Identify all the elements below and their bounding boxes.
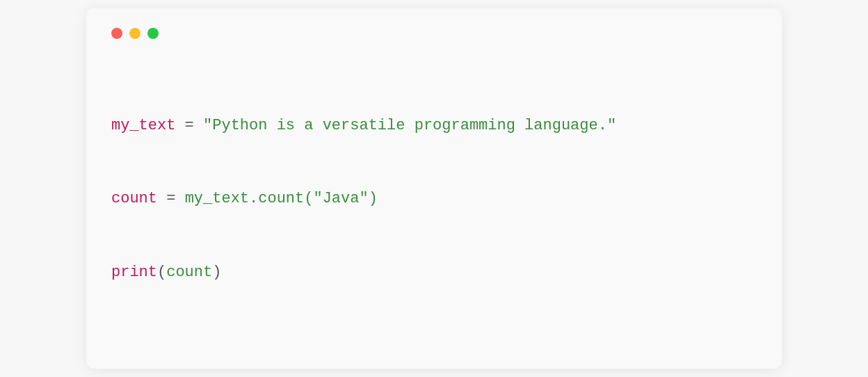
variable-my-text: my_text (111, 117, 175, 134)
maximize-button[interactable] (147, 28, 159, 39)
paren-open: ( (157, 264, 166, 281)
operator-1: = (175, 117, 203, 134)
string-value: "Python is a versatile programming langu… (203, 117, 616, 134)
code-line-2: count = my_text.count("Java") (111, 186, 757, 211)
code-window: my_text = "Python is a versatile program… (86, 8, 782, 368)
paren-close: ) (212, 264, 221, 281)
traffic-lights (111, 28, 757, 39)
code-line-1: my_text = "Python is a versatile program… (111, 113, 757, 138)
code-block: my_text = "Python is a versatile program… (111, 64, 757, 333)
arg-count: count (166, 264, 212, 281)
code-line-3: print(count) (111, 260, 757, 284)
method-call: my_text.count("Java") (185, 190, 378, 207)
print-function: print (111, 264, 157, 281)
close-button[interactable] (111, 28, 122, 39)
operator-2: = (157, 190, 185, 207)
minimize-button[interactable] (129, 28, 140, 39)
variable-count: count (111, 190, 157, 207)
